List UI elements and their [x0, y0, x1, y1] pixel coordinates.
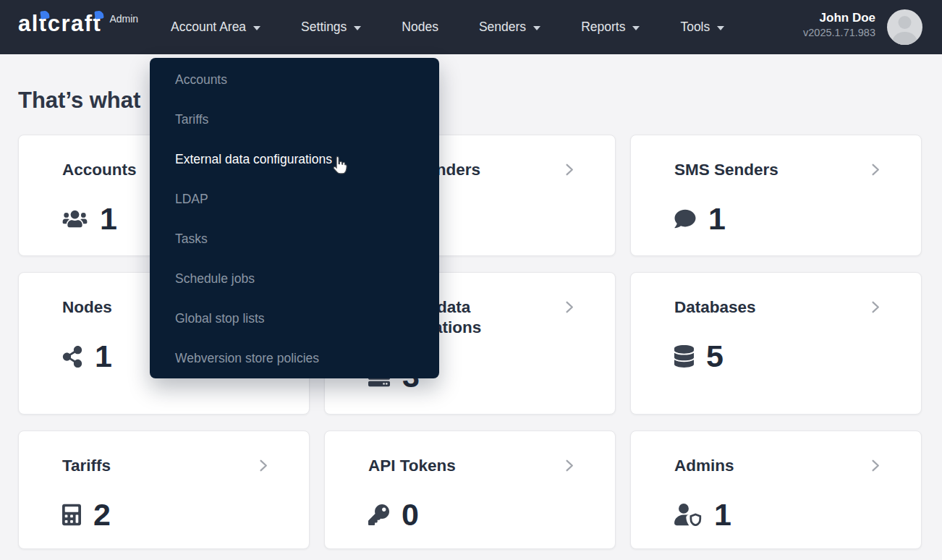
chevron-right-icon: [561, 299, 577, 315]
key-icon: [368, 504, 389, 525]
dropdown-item-external-data-configurations[interactable]: External data configurations: [150, 140, 439, 179]
card-admins[interactable]: Admins 1: [630, 430, 922, 549]
card-title: Databases: [674, 297, 871, 318]
card-count: 5: [706, 341, 724, 372]
dropdown-item-label: Global stop lists: [175, 311, 265, 326]
top-navbar: altcraft Admin Account Area Settings Nod…: [0, 0, 942, 54]
chevron-right-icon: [867, 457, 883, 474]
nav-label: Settings: [301, 20, 347, 35]
admin-badge: Admin: [109, 13, 138, 25]
chevron-down-icon: [354, 26, 361, 30]
card-count: 1: [708, 203, 726, 234]
nav-item-tools[interactable]: Tools: [680, 20, 724, 35]
dropdown-item-label: Tasks: [175, 232, 208, 247]
nav-label: Account Area: [171, 20, 246, 35]
nav-item-nodes[interactable]: Nodes: [402, 20, 438, 35]
dropdown-item-tasks[interactable]: Tasks: [150, 219, 439, 259]
card-count-row: 1: [674, 499, 878, 530]
dropdown-item-label: External data configurations: [175, 152, 332, 167]
nav-item-settings[interactable]: Settings: [301, 20, 361, 35]
dropdown-item-accounts[interactable]: Accounts: [150, 60, 439, 100]
nav-label: Senders: [479, 20, 526, 35]
card-count: 1: [95, 341, 112, 372]
nav-item-senders[interactable]: Senders: [479, 20, 540, 35]
card-sms-senders[interactable]: SMS Senders 1: [630, 135, 922, 256]
card-count-row: 2: [62, 499, 266, 530]
card-title: Tariffs: [62, 456, 259, 476]
dropdown-item-label: Webversion store policies: [175, 351, 319, 366]
comment-icon: [674, 208, 696, 229]
dropdown-item-label: LDAP: [175, 192, 208, 207]
dropdown-item-webversion-store-policies[interactable]: Webversion store policies: [150, 339, 439, 378]
hand-pointer-cursor: [333, 156, 348, 175]
chevron-down-icon: [533, 26, 540, 30]
user-avatar[interactable]: [887, 9, 922, 45]
users-icon: [62, 209, 88, 229]
card-count-row: 0: [368, 499, 572, 530]
card-title: API Tokens: [368, 456, 565, 476]
dropdown-item-label: Tariffs: [175, 112, 208, 127]
dropdown-item-ldap[interactable]: LDAP: [150, 179, 439, 219]
nav-item-reports[interactable]: Reports: [581, 20, 640, 35]
card-title: SMS Senders: [674, 160, 871, 180]
chevron-down-icon: [253, 26, 260, 30]
card-count-row: 5: [674, 341, 878, 372]
dropdown-item-tariffs[interactable]: Tariffs: [150, 100, 439, 140]
logo-wordmark: altcraft: [18, 12, 101, 36]
chevron-down-icon: [632, 26, 640, 30]
nav-label: Reports: [581, 20, 625, 35]
card-count-row: 1: [674, 203, 878, 234]
calculator-icon: [62, 504, 81, 526]
chevron-right-icon: [561, 161, 577, 178]
user-name: John Doe: [803, 9, 875, 26]
altcraft-logo[interactable]: altcraft Admin: [18, 12, 138, 36]
dropdown-item-global-stop-lists[interactable]: Global stop lists: [150, 299, 439, 339]
card-databases[interactable]: Databases 5: [630, 272, 922, 415]
main-menu: Account Area Settings Nodes Senders Repo…: [171, 0, 724, 54]
chevron-right-icon: [867, 161, 883, 178]
share-nodes-icon: [62, 346, 82, 368]
nav-label: Tools: [680, 20, 710, 35]
chevron-down-icon: [717, 26, 724, 30]
dropdown-item-schedule-jobs[interactable]: Schedule jobs: [150, 259, 439, 299]
card-tariffs[interactable]: Tariffs 2: [18, 430, 310, 549]
card-title: Admins: [674, 456, 871, 476]
database-icon: [674, 345, 694, 368]
card-api-tokens[interactable]: API Tokens 0: [324, 430, 616, 549]
chevron-right-icon: [867, 299, 883, 315]
account-area-dropdown: Accounts Tariffs External data configura…: [150, 58, 439, 378]
user-info: John Doe v2025.1.71.983: [803, 9, 875, 40]
chevron-right-icon: [255, 457, 271, 474]
page-title: That’s what: [18, 88, 140, 114]
nav-item-account-area[interactable]: Account Area: [171, 20, 260, 35]
dropdown-item-label: Schedule jobs: [175, 271, 255, 287]
card-count: 0: [402, 499, 419, 530]
dropdown-item-label: Accounts: [175, 72, 227, 88]
app-version: v2025.1.71.983: [803, 26, 875, 40]
card-count: 2: [93, 499, 111, 530]
user-shield-icon: [674, 504, 702, 526]
card-count: 1: [100, 203, 117, 234]
nav-label: Nodes: [402, 20, 438, 35]
card-count: 1: [714, 499, 731, 530]
chevron-right-icon: [561, 457, 577, 474]
logo-blue-flag-icon: [94, 10, 103, 20]
